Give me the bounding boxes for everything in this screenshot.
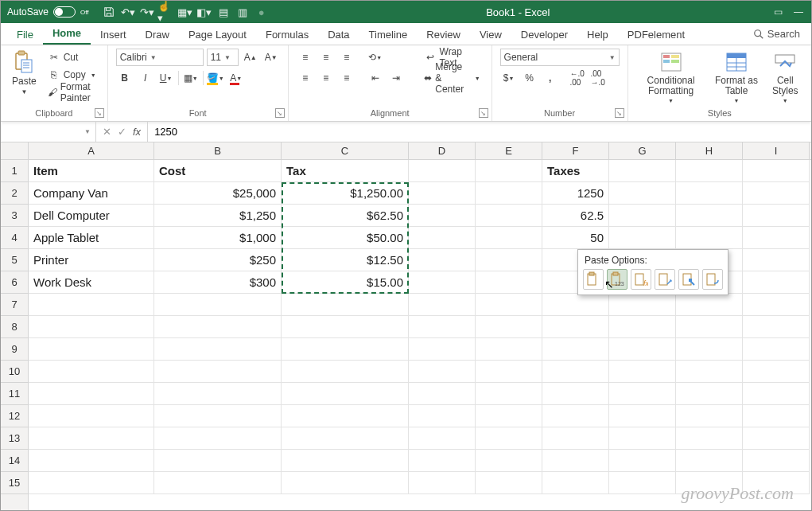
cell[interactable]	[743, 205, 810, 227]
cell[interactable]	[29, 361, 154, 383]
borders-button[interactable]: ▦▼	[182, 69, 200, 87]
cell[interactable]	[476, 160, 542, 182]
tab-timeline[interactable]: Timeline	[359, 24, 418, 45]
cell[interactable]	[542, 361, 609, 383]
increase-indent-icon[interactable]: ⇥	[387, 69, 405, 87]
cell[interactable]	[676, 405, 743, 427]
cell[interactable]	[609, 472, 676, 494]
cell[interactable]	[409, 205, 476, 227]
cell[interactable]: $1,250	[154, 205, 282, 227]
border-icon[interactable]: ▦▾	[177, 3, 194, 21]
row-header[interactable]: 7	[1, 294, 28, 316]
row-header[interactable]: 3	[1, 205, 28, 227]
cell-grid[interactable]: Item Cost Tax Taxes Company Van$25,000$1…	[29, 160, 811, 511]
col-header[interactable]: E	[476, 142, 542, 159]
tab-help[interactable]: Help	[577, 24, 618, 45]
minimize-icon[interactable]: —	[794, 6, 803, 18]
cell[interactable]: Work Desk	[29, 271, 154, 294]
cell[interactable]	[743, 361, 810, 383]
select-all-corner[interactable]	[1, 142, 29, 160]
cell[interactable]	[29, 316, 154, 338]
cell[interactable]: $12.50	[282, 249, 409, 271]
table-icon[interactable]: ▤	[215, 3, 232, 21]
cell[interactable]	[609, 427, 676, 450]
align-bottom-icon[interactable]: ≡	[338, 49, 355, 66]
ribbon-display-icon[interactable]: ▭	[774, 6, 783, 18]
align-left-icon[interactable]: ≡	[297, 69, 314, 87]
cell[interactable]	[409, 160, 476, 182]
paste-option-link[interactable]	[702, 269, 723, 290]
cell[interactable]	[542, 383, 609, 405]
cell[interactable]	[409, 249, 476, 271]
cell[interactable]: Cost	[154, 160, 282, 182]
formula-input[interactable]: 1250	[148, 122, 811, 142]
cell[interactable]	[476, 249, 542, 271]
cell[interactable]	[476, 383, 542, 405]
format-painter-button[interactable]: 🖌Format Painter	[45, 84, 99, 101]
row-header[interactable]: 4	[1, 227, 28, 249]
italic-button[interactable]: I	[137, 69, 154, 87]
cell[interactable]: 50	[542, 227, 609, 249]
col-header[interactable]: B	[154, 142, 282, 159]
cell[interactable]	[609, 450, 676, 472]
undo-icon[interactable]: ↶▾	[119, 3, 137, 21]
cell[interactable]	[154, 361, 282, 383]
cell[interactable]	[409, 338, 476, 361]
font-color-icon[interactable]: ◧▾	[196, 3, 213, 21]
search-button[interactable]: Search	[742, 23, 811, 45]
tab-file[interactable]: File	[7, 24, 43, 45]
tab-data[interactable]: Data	[318, 24, 359, 45]
dialog-launcher-icon[interactable]: ↘	[479, 108, 488, 118]
cell[interactable]	[609, 383, 676, 405]
cell[interactable]	[743, 338, 810, 361]
cell[interactable]: Company Van	[29, 182, 154, 205]
calc-icon[interactable]: ▥	[234, 3, 251, 21]
cell[interactable]	[409, 405, 476, 427]
cell[interactable]	[542, 294, 609, 316]
cell[interactable]	[154, 450, 282, 472]
cell[interactable]	[29, 294, 154, 316]
cell[interactable]	[282, 383, 409, 405]
cell-styles-button[interactable]: Cell Styles▼	[767, 49, 803, 105]
row-header[interactable]: 1	[1, 160, 28, 182]
cell[interactable]	[409, 294, 476, 316]
tab-pdfelement[interactable]: PDFelement	[618, 24, 694, 45]
comma-icon[interactable]: ,	[542, 69, 559, 87]
cell[interactable]	[609, 361, 676, 383]
col-header[interactable]: H	[676, 142, 743, 159]
paste-option-formulas[interactable]: fx	[631, 269, 651, 290]
increase-decimal-icon[interactable]: ←.0.00	[569, 69, 586, 87]
row-header[interactable]: 13	[1, 427, 28, 450]
row-header[interactable]: 11	[1, 383, 28, 405]
underline-button[interactable]: U▼	[157, 69, 175, 87]
cell[interactable]	[29, 383, 154, 405]
cell[interactable]	[743, 383, 810, 405]
cell[interactable]	[154, 316, 282, 338]
cell[interactable]	[743, 427, 810, 450]
cell[interactable]: 62.5	[542, 205, 609, 227]
cell[interactable]	[29, 338, 154, 361]
cell[interactable]	[154, 294, 282, 316]
align-center-icon[interactable]: ≡	[317, 69, 335, 87]
row-header[interactable]: 15	[1, 472, 28, 494]
format-as-table-button[interactable]: Format as Table▼	[711, 49, 763, 105]
decrease-decimal-icon[interactable]: .00→.0	[589, 69, 607, 87]
cell[interactable]	[676, 383, 743, 405]
cell[interactable]	[743, 182, 810, 205]
cell[interactable]: $300	[154, 271, 282, 294]
cell[interactable]	[476, 450, 542, 472]
cell[interactable]	[476, 294, 542, 316]
cell[interactable]	[476, 427, 542, 450]
cell[interactable]	[743, 294, 810, 316]
currency-icon[interactable]: $▼	[500, 69, 518, 87]
cell[interactable]	[476, 271, 542, 294]
cell[interactable]	[282, 361, 409, 383]
cell[interactable]: Printer	[29, 249, 154, 271]
row-header[interactable]: 10	[1, 361, 28, 383]
cell[interactable]	[676, 294, 743, 316]
cell[interactable]	[409, 450, 476, 472]
paste-button[interactable]: Paste ▼	[9, 49, 40, 97]
cell[interactable]: Taxes	[542, 160, 609, 182]
font-size-select[interactable]: 11▼	[207, 49, 239, 66]
paste-option-formatting[interactable]	[678, 269, 699, 290]
